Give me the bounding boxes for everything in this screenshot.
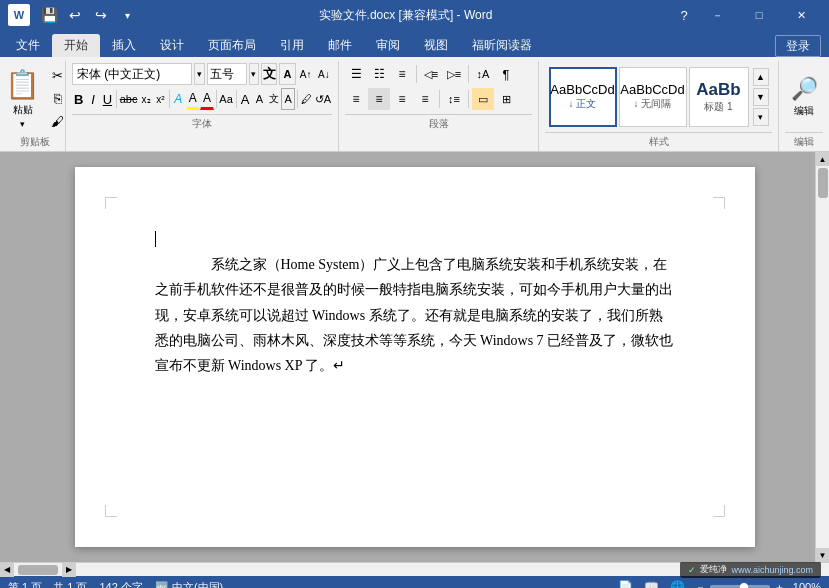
styles-scroll-up-button[interactable]: ▲: [753, 68, 769, 86]
text-highlight-button[interactable]: A: [186, 88, 199, 110]
scroll-thumb[interactable]: [818, 168, 828, 198]
scroll-right-button[interactable]: ▶: [62, 563, 76, 577]
clipboard-group: 📋 粘贴 ▾ ✂ ⎘ 🖌 剪贴板: [4, 61, 66, 151]
read-mode-button[interactable]: 📖: [643, 578, 661, 588]
page-corner-tr: [713, 197, 725, 209]
page-corner-bl: [105, 505, 117, 517]
italic-button[interactable]: I: [86, 88, 99, 110]
align-center-button[interactable]: ≡: [368, 88, 390, 110]
tab-foxit[interactable]: 福昕阅读器: [460, 34, 544, 57]
sort-button[interactable]: ↕A: [472, 63, 494, 85]
zoom-thumb[interactable]: [740, 583, 748, 588]
style-nosp-item[interactable]: AaBbCcDd ↓ 无间隔: [619, 67, 687, 127]
aichunjing-watermark: ✓ 爱纯净 www.aichunjing.com: [680, 561, 821, 578]
multilevel-list-button[interactable]: ≡: [391, 63, 413, 85]
numbered-list-button[interactable]: ☷: [368, 63, 390, 85]
font-size-decrease-button[interactable]: A↓: [316, 63, 332, 85]
help-button[interactable]: ?: [673, 4, 695, 26]
tab-insert[interactable]: 插入: [100, 34, 148, 57]
quick-access-more-button[interactable]: ▾: [116, 4, 138, 26]
maximize-button[interactable]: □: [739, 5, 779, 25]
print-layout-button[interactable]: 📄: [617, 578, 635, 588]
scroll-down-button[interactable]: ▼: [816, 548, 830, 562]
scroll-up-button[interactable]: ▲: [816, 152, 830, 166]
tab-references[interactable]: 引用: [268, 34, 316, 57]
font-size-label-a[interactable]: 文: [261, 63, 277, 85]
font-size-increase-button[interactable]: A↑: [298, 63, 314, 85]
font-name-input[interactable]: [72, 63, 192, 85]
tab-design[interactable]: 设计: [148, 34, 196, 57]
border-button[interactable]: ⊞: [495, 88, 517, 110]
paragraph-group: ☰ ☷ ≡ ◁≡ ▷≡ ↕A ¶ ≡ ≡ ≡ ≡ ↕≡ ▭ ⊞ 段落: [339, 61, 539, 151]
font-sep4: [236, 90, 237, 108]
title-bar-controls: ? － □ ✕: [673, 4, 821, 26]
style-nosp-label: ↓ 无间隔: [634, 97, 672, 111]
font-shading-button[interactable]: 🖊: [299, 88, 312, 110]
paste-button[interactable]: 📋 粘贴 ▾: [1, 72, 45, 124]
underline-button[interactable]: U: [101, 88, 114, 110]
tab-view[interactable]: 视图: [412, 34, 460, 57]
font-name-dropdown-icon[interactable]: ▾: [194, 63, 205, 85]
style-normal-item[interactable]: AaBbCcDd ↓ 正文: [549, 67, 617, 127]
document-area: 系统之家（Home System）广义上包含了电脑系统安装和手机系统安装，在之前…: [0, 152, 829, 562]
align-right-button[interactable]: ≡: [391, 88, 413, 110]
para-sep2: [468, 65, 469, 83]
save-button[interactable]: 💾: [38, 4, 60, 26]
aichunjing-checkmark: ✓: [688, 565, 696, 575]
tab-review[interactable]: 审阅: [364, 34, 412, 57]
para-sep4: [468, 90, 469, 108]
scroll-left-button[interactable]: ◀: [0, 563, 14, 577]
document-paragraph[interactable]: 系统之家（Home System）广义上包含了电脑系统安装和手机系统安装，在之前…: [155, 252, 675, 378]
font-color-button[interactable]: A: [200, 88, 213, 110]
shading-button[interactable]: ▭: [472, 88, 494, 110]
align-left-button[interactable]: ≡: [345, 88, 367, 110]
minimize-button[interactable]: －: [697, 5, 737, 25]
close-button[interactable]: ✕: [781, 5, 821, 25]
font-border-button[interactable]: A: [281, 88, 294, 110]
tab-page-layout[interactable]: 页面布局: [196, 34, 268, 57]
zoom-in-icon[interactable]: ＋: [774, 580, 785, 589]
strikethrough-button[interactable]: abc: [119, 88, 139, 110]
web-layout-button[interactable]: 🌐: [669, 578, 687, 588]
font-size-label-b[interactable]: A: [279, 63, 295, 85]
increase-indent-button[interactable]: ▷≡: [443, 63, 465, 85]
edit-button[interactable]: 🔎 编辑: [782, 71, 826, 123]
zoom-percent: 100%: [793, 581, 821, 588]
font-label: 字体: [72, 114, 332, 133]
font-size-input[interactable]: [207, 63, 247, 85]
tab-mailings[interactable]: 邮件: [316, 34, 364, 57]
font-size-dropdown-icon[interactable]: ▾: [249, 63, 260, 85]
justify-button[interactable]: ≡: [414, 88, 436, 110]
para-row2: ≡ ≡ ≡ ≡ ↕≡ ▭ ⊞: [345, 88, 517, 110]
ribbon-tabs-right: 登录: [775, 35, 829, 57]
horizontal-scrollbar: ◀ ▶ ✓ 爱纯净 www.aichunjing.com: [0, 562, 829, 576]
document-page[interactable]: 系统之家（Home System）广义上包含了电脑系统安装和手机系统安装，在之前…: [75, 167, 755, 547]
font-phonetic-button[interactable]: 文: [267, 88, 280, 110]
zoom-out-icon[interactable]: －: [695, 580, 706, 589]
decrease-indent-button[interactable]: ◁≡: [420, 63, 442, 85]
undo-button[interactable]: ↩: [64, 4, 86, 26]
superscript-button[interactable]: x²: [154, 88, 167, 110]
login-button[interactable]: 登录: [775, 35, 821, 57]
font-a-large[interactable]: A: [238, 88, 251, 110]
hscroll-thumb[interactable]: [18, 565, 58, 575]
subscript-button[interactable]: x₂: [139, 88, 152, 110]
styles-scroll-down-button[interactable]: ▼: [753, 88, 769, 106]
style-h1-item[interactable]: AaBb 标题 1: [689, 67, 749, 127]
font-aa-button[interactable]: Aa: [218, 88, 233, 110]
tab-file[interactable]: 文件: [4, 34, 52, 57]
bold-button[interactable]: B: [72, 88, 85, 110]
tab-home[interactable]: 开始: [52, 34, 100, 57]
lang-label: 中文(中国): [172, 580, 223, 589]
font-a-small[interactable]: A: [253, 88, 266, 110]
style-normal-label: ↓ 正文: [569, 97, 597, 111]
bullet-list-button[interactable]: ☰: [345, 63, 367, 85]
styles-expand-button[interactable]: ▾: [753, 108, 769, 126]
font-sep1: [116, 90, 117, 108]
page-info: 第 1 页，共 1 页: [8, 580, 87, 589]
text-effects-button[interactable]: A: [172, 88, 185, 110]
font-clear-button[interactable]: ↺A: [314, 88, 332, 110]
redo-button[interactable]: ↪: [90, 4, 112, 26]
show-marks-button[interactable]: ¶: [495, 63, 517, 85]
line-spacing-button[interactable]: ↕≡: [443, 88, 465, 110]
